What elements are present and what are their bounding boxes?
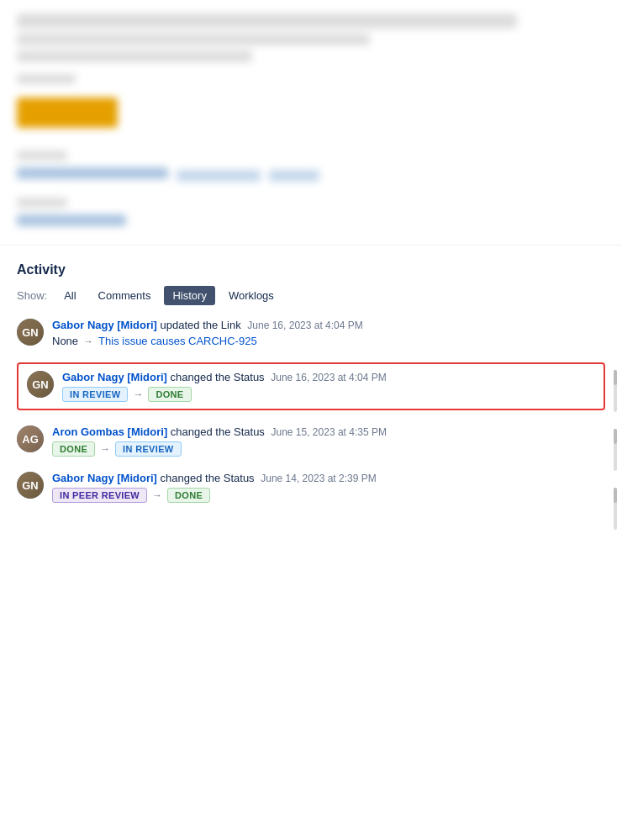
avatar-face-gabor-2: GN xyxy=(27,371,54,398)
filter-bar: Show: All Comments History Worklogs xyxy=(17,286,605,305)
filter-all[interactable]: All xyxy=(55,286,84,305)
entry-2-to-badge: DONE xyxy=(148,387,191,402)
entry-1-detail: None → This issue causes CARCHC-925 xyxy=(52,335,605,347)
show-label: Show: xyxy=(17,289,47,302)
scrollbar-track-3 xyxy=(614,488,617,530)
entry-4-to-badge: DONE xyxy=(167,488,210,503)
filter-history[interactable]: History xyxy=(164,286,214,305)
entry-4-timestamp: June 14, 2023 at 2:39 PM xyxy=(261,473,376,484)
entry-3-detail: DONE → IN REVIEW xyxy=(52,441,605,457)
entry-1-to[interactable]: This issue causes CARCHC-925 xyxy=(98,335,257,347)
activity-entry-2-highlighted: GN Gabor Nagy [Midori] changed the Statu… xyxy=(17,362,605,410)
entry-1-header: Gabor Nagy [Midori] updated the Link Jun… xyxy=(52,319,605,331)
entry-3-header: Aron Gombas [Midori] changed the Status … xyxy=(52,425,605,438)
avatar-face-gabor-3: GN xyxy=(17,472,44,499)
blurred-top-section xyxy=(0,0,622,231)
avatar-aron: AG xyxy=(17,425,44,452)
scrollbar-thumb[interactable] xyxy=(614,370,617,385)
entry-2-from-badge: IN REVIEW xyxy=(62,387,128,402)
main-wrapper: Activity Show: All Comments History Work… xyxy=(0,0,622,531)
entry-4-from-badge: IN PEER REVIEW xyxy=(52,488,147,503)
avatar-gabor-1: GN xyxy=(17,319,44,346)
entry-4-detail: IN PEER REVIEW → DONE xyxy=(52,488,605,503)
entry-4-username[interactable]: Gabor Nagy [Midori] xyxy=(52,472,157,484)
entry-3-arrow: → xyxy=(100,443,110,455)
entry-2-header: Gabor Nagy [Midori] changed the Status J… xyxy=(62,371,595,383)
scrollbar-track xyxy=(614,370,617,412)
scrollbar-thumb-2[interactable] xyxy=(614,429,617,444)
entry-1-username[interactable]: Gabor Nagy [Midori] xyxy=(52,319,157,331)
activity-section: Activity Show: All Comments History Work… xyxy=(0,245,622,531)
entry-4-content: Gabor Nagy [Midori] changed the Status J… xyxy=(52,472,605,503)
entry-3-from-badge: DONE xyxy=(52,441,95,457)
scrollbar-thumb-3[interactable] xyxy=(614,488,617,503)
entry-3-action: changed the Status xyxy=(171,425,265,438)
entry-1-from: None xyxy=(52,335,78,347)
entry-2-action: changed the Status xyxy=(171,371,265,383)
avatar-face-aron: AG xyxy=(17,425,44,452)
activity-entry-3: AG Aron Gombas [Midori] changed the Stat… xyxy=(17,425,605,457)
entry-1-action: updated the Link xyxy=(161,319,241,331)
filter-comments[interactable]: Comments xyxy=(90,286,160,305)
entry-3-content: Aron Gombas [Midori] changed the Status … xyxy=(52,425,605,457)
avatar-gabor-3: GN xyxy=(17,472,44,499)
entry-2-arrow: → xyxy=(133,388,143,400)
entry-4-action: changed the Status xyxy=(161,472,255,484)
avatar-face-gabor-1: GN xyxy=(17,319,44,346)
entry-4-header: Gabor Nagy [Midori] changed the Status J… xyxy=(52,472,605,484)
activity-title: Activity xyxy=(17,262,605,277)
entry-2-username[interactable]: Gabor Nagy [Midori] xyxy=(62,371,167,383)
avatar-gabor-2: GN xyxy=(27,371,54,398)
entry-3-timestamp: June 15, 2023 at 4:35 PM xyxy=(271,426,387,438)
entry-4-arrow: → xyxy=(152,489,162,501)
entry-2-timestamp: June 16, 2023 at 4:04 PM xyxy=(271,372,386,383)
entry-1-arrow: → xyxy=(83,335,93,347)
entry-2-content: Gabor Nagy [Midori] changed the Status J… xyxy=(62,371,595,402)
entry-3-username[interactable]: Aron Gombas [Midori] xyxy=(52,425,167,438)
filter-worklogs[interactable]: Worklogs xyxy=(220,286,282,305)
entry-3-to-badge: IN REVIEW xyxy=(115,441,181,457)
scrollbar-track-2 xyxy=(614,429,617,471)
entry-2-detail: IN REVIEW → DONE xyxy=(62,387,595,402)
entry-1-timestamp: June 16, 2023 at 4:04 PM xyxy=(247,320,362,331)
entry-1-content: Gabor Nagy [Midori] updated the Link Jun… xyxy=(52,319,605,347)
activity-entry-1: GN Gabor Nagy [Midori] updated the Link … xyxy=(17,319,605,347)
activity-entry-4: GN Gabor Nagy [Midori] changed the Statu… xyxy=(17,472,605,503)
